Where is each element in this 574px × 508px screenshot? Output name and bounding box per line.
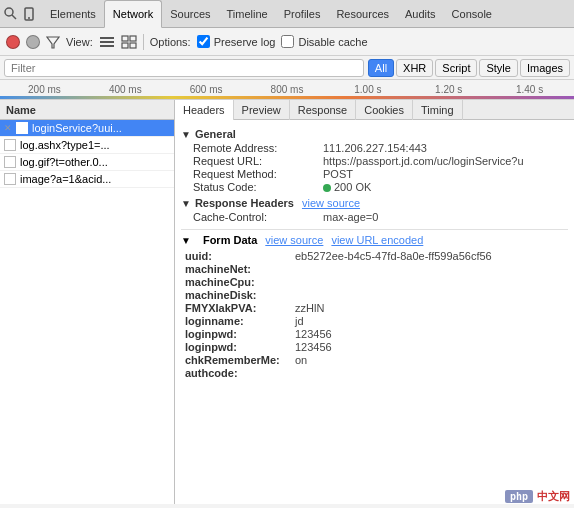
timeline-gradient bbox=[0, 96, 574, 99]
timeline-label-800ms: 800 ms bbox=[247, 84, 328, 95]
tab-response[interactable]: Response bbox=[290, 100, 357, 120]
filter-all-button[interactable]: All bbox=[368, 59, 394, 77]
svg-marker-4 bbox=[47, 37, 59, 48]
general-title: General bbox=[195, 128, 236, 140]
form-data-loginpwd-key: loginpwd: bbox=[185, 328, 295, 340]
request-url-val: https://passport.jd.com/uc/loginService?… bbox=[323, 155, 568, 167]
tab-timeline[interactable]: Timeline bbox=[219, 0, 276, 28]
options-label: Options: bbox=[150, 36, 191, 48]
divider bbox=[143, 34, 144, 50]
status-code-val: 200 OK bbox=[323, 181, 568, 193]
timeline-label-1-4s: 1.40 s bbox=[489, 84, 570, 95]
tab-sources[interactable]: Sources bbox=[162, 0, 218, 28]
form-data-view-source-link[interactable]: view source bbox=[265, 234, 323, 246]
svg-rect-9 bbox=[130, 36, 136, 41]
response-headers-title: Response Headers bbox=[195, 197, 294, 209]
timeline-bar: 200 ms 400 ms 600 ms 800 ms 1.00 s 1.20 … bbox=[0, 80, 574, 100]
item-text: image?a=1&acid... bbox=[20, 173, 111, 185]
form-data-loginpwd2-row: loginpwd: 123456 bbox=[181, 341, 568, 353]
form-data-machinecpu-key: machineCpu: bbox=[185, 276, 295, 288]
grid-view-icon[interactable] bbox=[121, 35, 137, 49]
detail-tabs: Headers Preview Response Cookies Timing bbox=[175, 100, 574, 120]
php-text: 中文网 bbox=[537, 489, 570, 504]
form-data-machinenet-key: machineNet: bbox=[185, 263, 295, 275]
form-data-loginname-val: jd bbox=[295, 315, 304, 327]
mobile-icon[interactable] bbox=[22, 7, 36, 21]
toggle-icon[interactable]: ▼ bbox=[181, 129, 191, 140]
form-data-authcode-key: authcode: bbox=[185, 367, 295, 379]
form-data-loginpwd-val: 123456 bbox=[295, 328, 332, 340]
preserve-log-label: Preserve log bbox=[214, 36, 276, 48]
filter-icon[interactable] bbox=[46, 35, 60, 49]
filter-bar: All XHR Script Style Images bbox=[0, 56, 574, 80]
devtools-icons bbox=[4, 7, 36, 21]
timeline-label-400ms: 400 ms bbox=[85, 84, 166, 95]
filter-xhr-button[interactable]: XHR bbox=[396, 59, 433, 77]
tab-timing[interactable]: Timing bbox=[413, 100, 463, 120]
timeline-label-600ms: 600 ms bbox=[166, 84, 247, 95]
view-label: View: bbox=[66, 36, 93, 48]
filter-images-button[interactable]: Images bbox=[520, 59, 570, 77]
tab-resources[interactable]: Resources bbox=[328, 0, 397, 28]
tab-console[interactable]: Console bbox=[444, 0, 500, 28]
list-item[interactable]: ✕ loginService?uui... bbox=[0, 120, 174, 137]
request-method-row: Request Method: POST bbox=[181, 168, 568, 180]
detail-content: ▼ General Remote Address: 111.206.227.15… bbox=[175, 120, 574, 504]
general-section-header: ▼ General bbox=[181, 128, 568, 140]
tab-headers[interactable]: Headers bbox=[175, 100, 234, 120]
status-ok-icon bbox=[323, 184, 331, 192]
svg-rect-11 bbox=[130, 43, 136, 48]
form-data-machinedisk-key: machineDisk: bbox=[185, 289, 295, 301]
filter-style-button[interactable]: Style bbox=[479, 59, 517, 77]
disable-cache-checkbox[interactable] bbox=[281, 35, 294, 48]
status-code-row: Status Code: 200 OK bbox=[181, 181, 568, 193]
cache-control-key: Cache-Control: bbox=[193, 211, 323, 223]
form-data-section: ▼ Form Data view source view URL encoded… bbox=[181, 229, 568, 379]
list-view-icon[interactable] bbox=[99, 35, 115, 49]
close-icon: ✕ bbox=[4, 123, 12, 133]
tab-network[interactable]: Network bbox=[104, 0, 162, 28]
remote-address-val: 111.206.227.154:443 bbox=[323, 142, 568, 154]
disable-cache-checkbox-group[interactable]: Disable cache bbox=[281, 35, 367, 48]
form-data-chkremember-row: chkRememberMe: on bbox=[181, 354, 568, 366]
disable-cache-label: Disable cache bbox=[298, 36, 367, 48]
form-data-uuid-key: uuid: bbox=[185, 250, 295, 262]
remote-address-row: Remote Address: 111.206.227.154:443 bbox=[181, 142, 568, 154]
form-data-view-url-encoded-link[interactable]: view URL encoded bbox=[331, 234, 423, 246]
tab-profiles[interactable]: Profiles bbox=[276, 0, 329, 28]
tab-preview[interactable]: Preview bbox=[234, 100, 290, 120]
tab-cookies[interactable]: Cookies bbox=[356, 100, 413, 120]
form-data-chkremember-key: chkRememberMe: bbox=[185, 354, 295, 366]
request-method-key: Request Method: bbox=[193, 168, 323, 180]
tab-elements[interactable]: Elements bbox=[42, 0, 104, 28]
item-file-icon bbox=[4, 139, 16, 151]
form-data-loginname-key: loginname: bbox=[185, 315, 295, 327]
toggle-icon[interactable]: ▼ bbox=[181, 235, 191, 246]
filter-input[interactable] bbox=[4, 59, 364, 77]
form-data-fmyx-row: FMYXIakPVA: zzHlN bbox=[181, 302, 568, 314]
preserve-log-checkbox-group[interactable]: Preserve log bbox=[197, 35, 276, 48]
toggle-icon[interactable]: ▼ bbox=[181, 198, 191, 209]
form-data-loginname-row: loginname: jd bbox=[181, 315, 568, 327]
form-data-machinedisk-row: machineDisk: bbox=[181, 289, 568, 301]
php-logo: php 中文网 bbox=[505, 489, 570, 504]
form-data-loginpwd2-val: 123456 bbox=[295, 341, 332, 353]
svg-rect-7 bbox=[100, 45, 114, 47]
list-item[interactable]: log.ashx?type1=... bbox=[0, 137, 174, 154]
php-badge: php bbox=[505, 490, 533, 503]
timeline-label-200ms: 200 ms bbox=[4, 84, 85, 95]
form-data-machinecpu-row: machineCpu: bbox=[181, 276, 568, 288]
clear-button[interactable] bbox=[26, 35, 40, 49]
timeline-label-1s: 1.00 s bbox=[327, 84, 408, 95]
detail-panel: Headers Preview Response Cookies Timing … bbox=[175, 100, 574, 504]
item-file-icon bbox=[16, 122, 28, 134]
preserve-log-checkbox[interactable] bbox=[197, 35, 210, 48]
filter-script-button[interactable]: Script bbox=[435, 59, 477, 77]
list-item[interactable]: image?a=1&acid... bbox=[0, 171, 174, 188]
search-icon[interactable] bbox=[4, 7, 18, 21]
list-item[interactable]: log.gif?t=other.0... bbox=[0, 154, 174, 171]
main-content: Name ✕ loginService?uui... log.ashx?type… bbox=[0, 100, 574, 504]
record-button[interactable] bbox=[6, 35, 20, 49]
view-source-link[interactable]: view source bbox=[302, 197, 360, 209]
tab-audits[interactable]: Audits bbox=[397, 0, 444, 28]
